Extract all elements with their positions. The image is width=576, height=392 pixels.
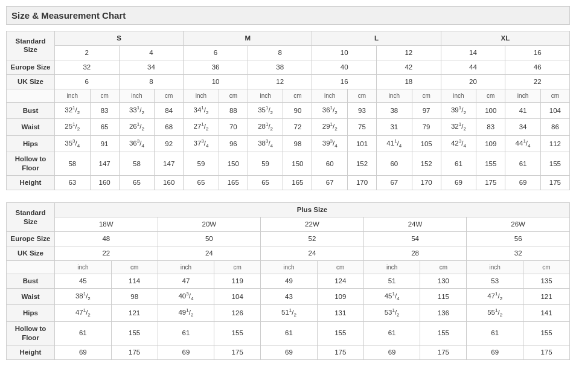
waist-5: 271/2: [184, 119, 219, 136]
waist-9: 291/2: [312, 119, 348, 136]
uk-6: 6: [55, 74, 120, 89]
height-12: 170: [412, 176, 441, 190]
p-height-10: 175: [523, 345, 570, 359]
p-htf-2: 155: [111, 321, 158, 345]
bust-6: 88: [219, 102, 248, 119]
unit-cm-4: cm: [283, 89, 312, 102]
p-hips-2: 121: [111, 305, 158, 322]
p-hips-5: 511/2: [261, 305, 318, 322]
eu-50: 50: [158, 231, 261, 246]
height-4: 160: [155, 176, 184, 190]
waist-7: 281/2: [248, 119, 283, 136]
eu-40: 40: [312, 60, 377, 74]
htf-9: 60: [312, 152, 348, 176]
p-waist-8: 115: [420, 288, 467, 305]
p-htf-3: 61: [158, 321, 214, 345]
uk-32-plus: 32: [467, 246, 570, 260]
unit-cm-2: cm: [155, 89, 184, 102]
height-15: 69: [505, 176, 541, 190]
plus-size-header: Plus Size: [55, 203, 570, 217]
unit-cm-6: cm: [412, 89, 441, 102]
p-bust-5: 49: [261, 274, 318, 288]
bust-7: 351/2: [248, 102, 283, 119]
p-unit-cm-4: cm: [420, 260, 467, 274]
hips-12: 105: [412, 135, 441, 152]
uk-size-label: UK Size: [7, 74, 55, 89]
hips-8: 98: [283, 135, 312, 152]
bust-14: 100: [476, 102, 505, 119]
p-waist-7: 451/4: [363, 288, 420, 305]
p-height-4: 175: [214, 345, 261, 359]
htf-15: 61: [505, 152, 541, 176]
p-bust-1: 45: [55, 274, 112, 288]
htf-8: 150: [283, 152, 312, 176]
bust-15: 41: [505, 102, 541, 119]
p-waist-6: 109: [317, 288, 363, 305]
p-hips-8: 136: [420, 305, 467, 322]
waist-1: 251/2: [55, 119, 91, 136]
unit-inch-3: inch: [184, 89, 219, 102]
p-height-7: 69: [363, 345, 420, 359]
p-height-6: 175: [317, 345, 363, 359]
height-13: 69: [441, 176, 476, 190]
p-unit-inch-2: inch: [158, 260, 214, 274]
uk-18: 18: [377, 74, 441, 89]
eu-54: 54: [363, 231, 467, 246]
htf-3: 58: [119, 152, 155, 176]
p-bust-4: 119: [214, 274, 261, 288]
us-14: 14: [441, 45, 505, 60]
unit-blank-2: [7, 260, 55, 274]
eu-46: 46: [505, 60, 570, 74]
p-unit-inch-4: inch: [363, 260, 420, 274]
unit-inch-6: inch: [377, 89, 412, 102]
unit-cm-7: cm: [476, 89, 505, 102]
htf-7: 59: [248, 152, 283, 176]
hips-15: 441/4: [505, 135, 541, 152]
bust-4: 84: [155, 102, 184, 119]
p-htf-5: 61: [261, 321, 318, 345]
htf-2: 147: [90, 152, 119, 176]
height-label: Height: [7, 176, 55, 190]
height-3: 65: [119, 176, 155, 190]
unit-inch-7: inch: [441, 89, 476, 102]
uk-16: 16: [312, 74, 377, 89]
uk-20: 20: [441, 74, 505, 89]
std-size-header: Standard Size: [7, 31, 55, 60]
htf-5: 59: [184, 152, 219, 176]
unit-inch-8: inch: [505, 89, 541, 102]
eu-52: 52: [261, 231, 364, 246]
eu-36: 36: [184, 60, 248, 74]
unit-cm-8: cm: [540, 89, 569, 102]
hips-14: 109: [476, 135, 505, 152]
height-label-2: Height: [7, 345, 55, 359]
height-16: 175: [540, 176, 569, 190]
l-header: L: [312, 31, 441, 46]
uk-24-plus-2: 24: [261, 246, 364, 260]
p-unit-inch-3: inch: [261, 260, 318, 274]
htf-4: 147: [155, 152, 184, 176]
uk-22-plus: 22: [55, 246, 158, 260]
bust-9: 361/2: [312, 102, 348, 119]
eu-32: 32: [55, 60, 120, 74]
p-hips-1: 471/2: [55, 305, 112, 322]
unit-cm-1: cm: [90, 89, 119, 102]
p-htf-10: 155: [523, 321, 570, 345]
europe-size-label-2: Europe Size: [7, 231, 55, 246]
s-header: S: [55, 31, 184, 46]
p-unit-cm-1: cm: [111, 260, 158, 274]
bust-5: 341/2: [184, 102, 219, 119]
bust-1: 321/2: [55, 102, 91, 119]
us-22w: 22W: [261, 217, 364, 232]
us-16: 16: [505, 45, 570, 60]
p-waist-9: 471/2: [467, 288, 523, 305]
us-24w: 24W: [363, 217, 467, 232]
p-height-9: 69: [467, 345, 523, 359]
p-waist-3: 403/4: [158, 288, 214, 305]
p-bust-6: 124: [317, 274, 363, 288]
p-unit-cm-3: cm: [317, 260, 363, 274]
waist-2: 65: [90, 119, 119, 136]
eu-38: 38: [248, 60, 312, 74]
uk-24-plus: 24: [158, 246, 261, 260]
waist-label: Waist: [7, 119, 55, 136]
hips-label-2: Hips: [7, 305, 55, 322]
